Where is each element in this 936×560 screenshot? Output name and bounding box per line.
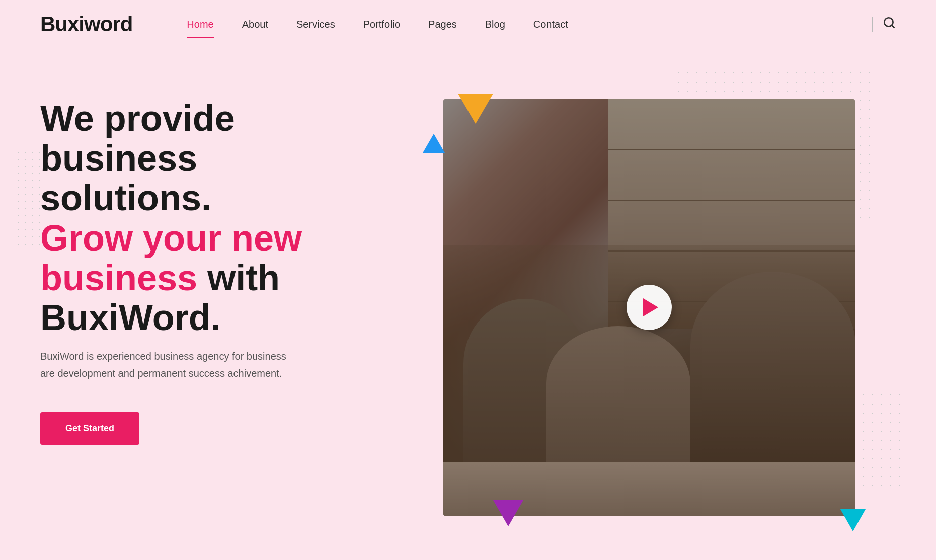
nav-item-services[interactable]: Services	[282, 14, 349, 35]
nav-link-portfolio[interactable]: Portfolio	[349, 14, 414, 35]
cta-button[interactable]: Get Started	[40, 412, 139, 445]
search-button[interactable]	[883, 16, 896, 32]
svg-line-1	[892, 25, 894, 28]
hero-image-box	[443, 99, 855, 516]
triangle-cyan-icon	[840, 509, 866, 531]
hero-subtext: BuxiWord is experienced business agency …	[40, 348, 302, 382]
nav-links: Home About Services Portfolio Pages Blog…	[173, 14, 862, 35]
triangle-orange-icon	[458, 94, 493, 124]
nav-link-home[interactable]: Home	[173, 14, 227, 35]
nav-link-pages[interactable]: Pages	[414, 14, 471, 35]
nav-item-pages[interactable]: Pages	[414, 14, 471, 35]
nav-divider	[872, 17, 873, 32]
hero-image-area	[413, 78, 896, 531]
heading-line1: We provide businesssolutions.	[40, 98, 235, 218]
hero-content-left: We provide businesssolutions. Grow your …	[40, 78, 382, 445]
nav-item-about[interactable]: About	[228, 14, 282, 35]
play-icon	[643, 298, 658, 316]
triangle-purple-icon	[493, 500, 523, 526]
nav-link-contact[interactable]: Contact	[519, 14, 582, 35]
play-button[interactable]	[627, 285, 672, 330]
heading-pink-business: business	[40, 258, 197, 298]
nav-item-home[interactable]: Home	[173, 14, 227, 35]
nav-link-about[interactable]: About	[228, 14, 282, 35]
nav-link-services[interactable]: Services	[282, 14, 349, 35]
nav-link-blog[interactable]: Blog	[471, 14, 519, 35]
triangle-blue-icon	[423, 134, 445, 153]
navbar: Buxiword Home About Services Portfolio P…	[0, 0, 936, 48]
logo[interactable]: Buxiword	[40, 12, 132, 36]
hero-section: We provide businesssolutions. Grow your …	[0, 48, 936, 531]
nav-item-portfolio[interactable]: Portfolio	[349, 14, 414, 35]
nav-item-contact[interactable]: Contact	[519, 14, 582, 35]
nav-item-blog[interactable]: Blog	[471, 14, 519, 35]
search-icon	[883, 16, 896, 29]
hero-heading: We provide businesssolutions. Grow your …	[40, 99, 382, 338]
